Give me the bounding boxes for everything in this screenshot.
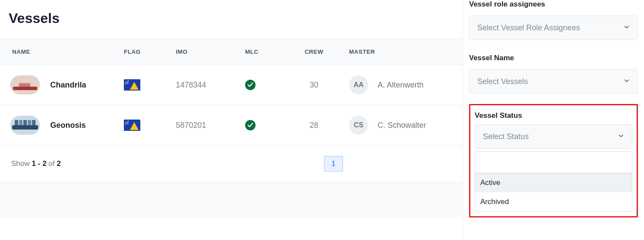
dropdown-search <box>475 152 632 173</box>
select-placeholder: Select Vessels <box>477 77 528 86</box>
pagination-summary: Show 1 - 2 of 2 <box>11 159 61 168</box>
dropdown-option-archived[interactable]: Archived <box>475 192 632 211</box>
select-role-assignees[interactable]: Select Vessel Role Assignees <box>469 16 638 40</box>
chevron-down-icon <box>624 78 630 85</box>
svg-rect-12 <box>19 120 23 125</box>
column-header-crew[interactable]: CREW <box>286 39 342 65</box>
pagination: Show 1 - 2 of 2 1 <box>0 146 463 182</box>
vessel-name: Geonosis <box>50 121 86 130</box>
svg-rect-2 <box>19 83 30 87</box>
filters-sidebar: Vessel role assignees Select Vessel Role… <box>463 0 644 240</box>
svg-rect-1 <box>13 87 37 90</box>
crew-value: 30 <box>310 81 318 89</box>
page-title: Vessels <box>0 0 463 39</box>
select-placeholder: Select Vessel Role Assignees <box>477 23 580 32</box>
vessel-cell: Chandrila <box>10 75 110 94</box>
master-name: A. Altenwerth <box>378 81 424 90</box>
master-cell: CS C. Schowalter <box>349 116 456 135</box>
svg-point-7 <box>125 83 126 84</box>
check-circle-icon <box>245 80 256 90</box>
page-numbers: 1 <box>324 156 343 172</box>
column-header-mlc[interactable]: MLC <box>238 39 286 65</box>
table-row[interactable]: Chandrila <box>0 65 463 105</box>
dropdown-option-active[interactable]: Active <box>475 173 632 192</box>
imo-value: 1478344 <box>176 81 206 89</box>
avatar: CS <box>349 116 368 135</box>
flag-icon <box>124 120 162 131</box>
crew-value: 28 <box>310 121 318 130</box>
svg-point-19 <box>128 121 129 122</box>
svg-rect-15 <box>32 120 36 125</box>
vessel-name: Chandrila <box>50 81 86 90</box>
master-name: C. Schowalter <box>378 121 426 130</box>
vessel-status-section: Vessel Status Select Status Active Archi… <box>469 104 638 217</box>
column-header-imo[interactable]: IMO <box>169 39 238 65</box>
imo-value: 5870201 <box>176 121 206 130</box>
main-content: Vessels NAME FLAG IMO MLC CREW MASTER <box>0 0 463 240</box>
status-dropdown: Active Archived <box>475 151 632 212</box>
svg-point-8 <box>127 83 129 84</box>
svg-point-6 <box>128 81 129 82</box>
svg-rect-10 <box>12 125 38 130</box>
avatar: AA <box>349 75 368 94</box>
svg-rect-14 <box>28 120 31 125</box>
dropdown-search-input[interactable] <box>479 152 628 173</box>
flag-icon <box>124 79 162 91</box>
select-vessel-status[interactable]: Select Status <box>475 124 632 149</box>
column-header-flag[interactable]: FLAG <box>117 39 169 65</box>
svg-rect-11 <box>15 120 18 125</box>
page-button[interactable]: 1 <box>324 156 343 172</box>
filter-label-vessel-status: Vessel Status <box>475 111 632 120</box>
filter-label-vessel-name: Vessel Name <box>469 54 638 62</box>
table-header-row: NAME FLAG IMO MLC CREW MASTER <box>0 39 463 65</box>
vessels-table: NAME FLAG IMO MLC CREW MASTER <box>0 39 463 146</box>
chevron-down-icon <box>618 133 624 140</box>
column-header-name[interactable]: NAME <box>0 39 117 65</box>
svg-rect-13 <box>23 120 27 125</box>
select-vessel-name[interactable]: Select Vessels <box>469 69 638 94</box>
vessel-thumbnail <box>10 116 40 135</box>
footer-spacer <box>0 182 463 217</box>
column-header-master[interactable]: MASTER <box>342 39 463 65</box>
master-cell: AA A. Altenwerth <box>349 75 456 94</box>
svg-point-20 <box>125 123 126 125</box>
chevron-down-icon <box>624 24 630 32</box>
svg-point-18 <box>126 122 127 123</box>
vessel-cell: Geonosis <box>10 116 110 135</box>
vessel-thumbnail <box>10 75 40 94</box>
svg-point-21 <box>127 123 129 124</box>
svg-point-5 <box>126 81 127 83</box>
check-circle-icon <box>245 120 256 130</box>
select-placeholder: Select Status <box>483 132 529 141</box>
filter-label-role-assignees: Vessel role assignees <box>469 0 638 9</box>
table-row[interactable]: Geonosis <box>0 105 463 146</box>
